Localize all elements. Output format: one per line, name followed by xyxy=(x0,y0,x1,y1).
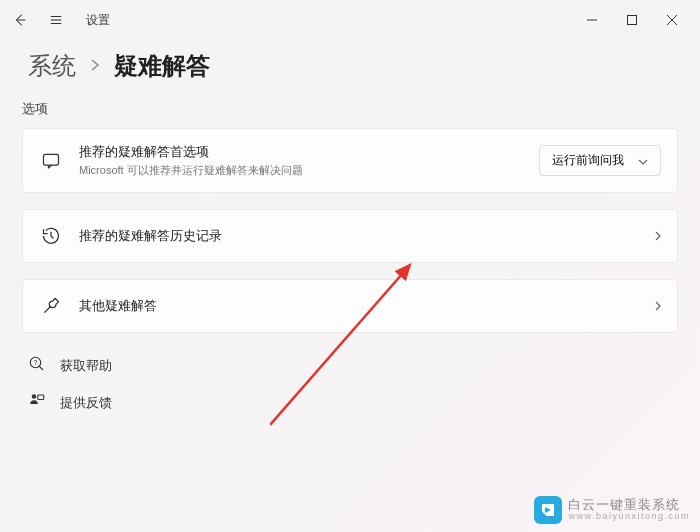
menu-button[interactable] xyxy=(44,8,68,32)
svg-rect-4 xyxy=(628,16,637,25)
card-history[interactable]: 推荐的疑难解答历史记录 xyxy=(22,209,678,263)
watermark: 白云一键重装系统 www.baiyunxitong.com xyxy=(534,496,690,524)
app-title: 设置 xyxy=(86,12,110,29)
feedback-icon xyxy=(28,392,46,413)
chevron-right-icon xyxy=(90,56,100,77)
chevron-down-icon xyxy=(638,154,648,168)
dropdown-label: 运行前询问我 xyxy=(552,152,624,169)
breadcrumb: 系统 疑难解答 xyxy=(0,40,700,100)
breadcrumb-parent[interactable]: 系统 xyxy=(28,50,76,82)
card-title: 其他疑难解答 xyxy=(79,297,639,315)
card-title: 推荐的疑难解答首选项 xyxy=(79,143,523,161)
feedback-link[interactable]: 提供反馈 xyxy=(28,392,672,413)
svg-rect-7 xyxy=(44,154,59,165)
history-icon xyxy=(39,224,63,248)
feedback-link-label: 提供反馈 xyxy=(60,394,112,412)
close-button[interactable] xyxy=(652,4,692,36)
preference-dropdown[interactable]: 运行前询问我 xyxy=(539,145,661,176)
card-recommended-preferences[interactable]: 推荐的疑难解答首选项 Microsoft 可以推荐并运行疑难解答来解决问题 运行… xyxy=(22,128,678,193)
get-help-link[interactable]: ? 获取帮助 xyxy=(28,355,672,376)
section-label: 选项 xyxy=(0,100,700,128)
watermark-url: www.baiyunxitong.com xyxy=(568,512,690,522)
chat-icon xyxy=(39,149,63,173)
maximize-button[interactable] xyxy=(612,4,652,36)
minimize-button[interactable] xyxy=(572,4,612,36)
chevron-right-icon xyxy=(655,227,661,245)
help-icon: ? xyxy=(28,355,46,376)
svg-point-10 xyxy=(32,394,37,399)
card-subtitle: Microsoft 可以推荐并运行疑难解答来解决问题 xyxy=(79,163,523,178)
svg-text:?: ? xyxy=(34,359,38,366)
card-other-troubleshooters[interactable]: 其他疑难解答 xyxy=(22,279,678,333)
watermark-logo-icon xyxy=(534,496,562,524)
back-button[interactable] xyxy=(8,8,32,32)
watermark-title: 白云一键重装系统 xyxy=(568,498,690,512)
wrench-icon xyxy=(39,294,63,318)
chevron-right-icon xyxy=(655,297,661,315)
card-title: 推荐的疑难解答历史记录 xyxy=(79,227,639,245)
svg-rect-11 xyxy=(38,395,44,400)
breadcrumb-current: 疑难解答 xyxy=(114,50,210,82)
help-link-label: 获取帮助 xyxy=(60,357,112,375)
